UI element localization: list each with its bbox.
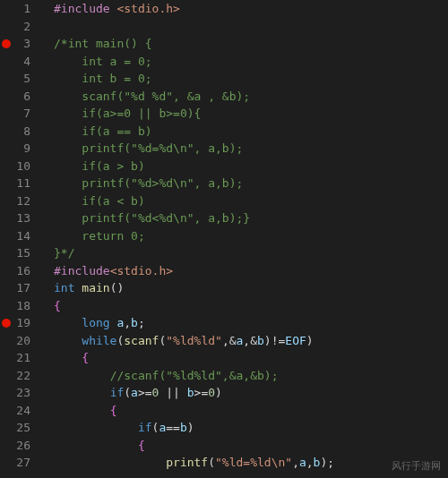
code-token: == bbox=[166, 421, 180, 434]
code-token: , bbox=[306, 456, 314, 469]
line-number: 5 bbox=[0, 70, 30, 88]
code-token bbox=[54, 404, 110, 417]
line-number: 22 bbox=[0, 367, 30, 385]
code-line[interactable]: }*/ bbox=[54, 244, 448, 262]
code-line[interactable]: { bbox=[54, 402, 448, 420]
code-token: b bbox=[187, 386, 194, 399]
code-token: int a = 0; bbox=[54, 55, 152, 68]
code-token: a bbox=[131, 386, 138, 399]
code-token: while bbox=[82, 334, 116, 347]
code-token: b bbox=[180, 421, 187, 434]
line-number: 25 bbox=[0, 419, 30, 437]
code-token: scanf("%d %d", &a , &b); bbox=[54, 90, 250, 103]
code-token: { bbox=[82, 351, 89, 364]
code-line[interactable]: if(a>=0 || b>=0) bbox=[54, 384, 448, 402]
code-line[interactable]: return 0; bbox=[54, 227, 448, 245]
code-token: int b = 0; bbox=[54, 72, 152, 85]
line-number: 1 bbox=[0, 0, 30, 18]
line-number: 18 bbox=[0, 297, 30, 315]
code-token bbox=[54, 386, 110, 399]
code-token: ) bbox=[187, 421, 194, 434]
code-token bbox=[54, 369, 110, 382]
code-token: <stdio.h> bbox=[116, 2, 179, 15]
code-line[interactable]: { bbox=[54, 437, 448, 455]
code-line[interactable]: #include<stdio.h> bbox=[54, 262, 448, 280]
code-line[interactable]: if(a>=0 || b>=0){ bbox=[54, 105, 448, 123]
code-editor[interactable]: 1234567891011121314151617181920212223242… bbox=[0, 0, 448, 478]
code-token: || bbox=[159, 386, 186, 399]
code-token bbox=[54, 439, 138, 452]
code-line[interactable]: printf("%d>%d\n", a,b); bbox=[54, 175, 448, 192]
code-line[interactable]: long a,b; bbox=[54, 314, 448, 332]
code-token: #include bbox=[54, 264, 110, 277]
code-token: /*int main() { bbox=[54, 37, 152, 50]
line-number: 11 bbox=[0, 175, 30, 192]
line-number-gutter: 1234567891011121314151617181920212223242… bbox=[0, 0, 43, 478]
code-token: int bbox=[54, 281, 74, 294]
code-token: printf("%d=%d\n", a,b); bbox=[54, 141, 243, 155]
code-token: "%ld=%ld\n" bbox=[215, 456, 292, 469]
code-line[interactable]: scanf("%d %d", &a , &b); bbox=[54, 88, 448, 106]
code-token: printf("%d<%d\n", a,b);} bbox=[54, 211, 250, 225]
line-number: 9 bbox=[0, 140, 30, 158]
code-line[interactable]: printf("%ld=%ld\n",a,b); bbox=[54, 454, 448, 472]
line-number: 6 bbox=[0, 88, 30, 106]
line-number: 7 bbox=[0, 105, 30, 123]
code-token: printf bbox=[166, 456, 208, 469]
code-token: { bbox=[138, 439, 145, 452]
code-token: return 0; bbox=[54, 229, 145, 243]
code-line[interactable] bbox=[54, 18, 448, 36]
code-token: ) bbox=[215, 386, 222, 399]
line-number: 10 bbox=[0, 158, 30, 175]
code-line[interactable]: //scanf("%ld%ld",&a,&b); bbox=[54, 367, 448, 385]
line-number: 17 bbox=[0, 279, 30, 297]
code-token: if(a>=0 || b>=0){ bbox=[54, 107, 201, 120]
code-token bbox=[54, 456, 166, 469]
code-token: "%ld%ld" bbox=[166, 334, 222, 347]
code-token: { bbox=[110, 404, 117, 417]
line-number: 26 bbox=[0, 437, 30, 455]
code-line[interactable]: /*int main() { bbox=[54, 35, 448, 53]
code-line[interactable]: printf("%d<%d\n", a,b);} bbox=[54, 209, 448, 227]
breakpoint-icon[interactable] bbox=[2, 319, 11, 328]
code-token: if(a == b) bbox=[54, 124, 152, 138]
code-area[interactable]: #include <stdio.h>/*int main() { int a =… bbox=[43, 0, 448, 478]
code-line[interactable]: printf("%d=%d\n", a,b); bbox=[54, 140, 448, 158]
line-number: 2 bbox=[0, 18, 30, 36]
code-token: #include bbox=[54, 2, 110, 15]
code-line[interactable]: if(a < b) bbox=[54, 192, 448, 210]
code-token: () bbox=[110, 281, 125, 294]
code-line[interactable]: { bbox=[54, 349, 448, 367]
code-token: if bbox=[138, 421, 152, 434]
line-number: 12 bbox=[0, 192, 30, 210]
code-token: //scanf("%ld%ld",&a,&b); bbox=[110, 369, 279, 382]
code-token: <stdio.h> bbox=[110, 264, 173, 277]
code-line[interactable]: { bbox=[54, 297, 448, 315]
code-line[interactable]: int b = 0; bbox=[54, 70, 448, 88]
code-token bbox=[54, 316, 82, 329]
code-line[interactable]: if(a > b) bbox=[54, 158, 448, 175]
code-token: b bbox=[131, 316, 138, 329]
code-line[interactable]: if(a == b) bbox=[54, 123, 448, 141]
code-line[interactable]: int main() bbox=[54, 279, 448, 297]
code-token: 0 bbox=[208, 386, 215, 399]
line-number: 23 bbox=[0, 384, 30, 402]
code-token: ( bbox=[124, 386, 131, 399]
code-token: long bbox=[82, 316, 109, 329]
line-number: 16 bbox=[0, 262, 30, 280]
code-token: }*/ bbox=[54, 246, 74, 260]
code-line[interactable]: int a = 0; bbox=[54, 53, 448, 71]
code-token: >= bbox=[194, 386, 209, 399]
code-line[interactable]: #include <stdio.h> bbox=[54, 0, 448, 18]
line-number: 20 bbox=[0, 332, 30, 350]
code-line[interactable]: while(scanf("%ld%ld",&a,&b)!=EOF) bbox=[54, 332, 448, 350]
breakpoint-icon[interactable] bbox=[2, 39, 11, 48]
line-number: 8 bbox=[0, 123, 30, 141]
code-token: a bbox=[299, 456, 306, 469]
code-token: if(a > b) bbox=[54, 159, 145, 173]
code-line[interactable]: if(a==b) bbox=[54, 419, 448, 437]
line-number: 21 bbox=[0, 349, 30, 367]
code-token: , bbox=[292, 456, 299, 469]
code-token: ,& bbox=[243, 334, 257, 347]
watermark-text: 风行手游网 bbox=[392, 458, 441, 474]
